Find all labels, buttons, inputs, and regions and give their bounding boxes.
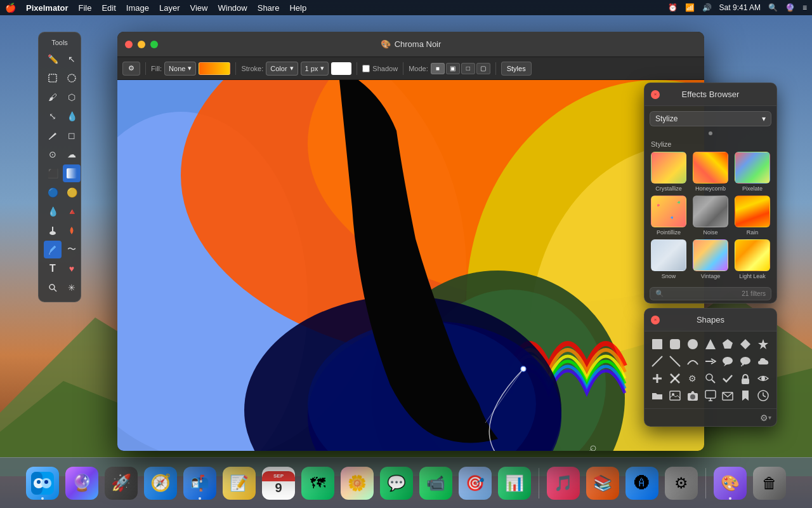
shape-x[interactable] — [667, 371, 683, 386]
pen-write-tool[interactable] — [44, 241, 62, 258]
dock-trash[interactable]: 🗑 — [752, 465, 787, 501]
eraser-tool[interactable]: ◻ — [63, 126, 81, 144]
menu-file[interactable]: File — [78, 3, 91, 13]
eyedropper-tool[interactable]: 💧 — [63, 107, 81, 125]
shape-speech-bubble[interactable] — [720, 354, 735, 369]
apple-menu[interactable]: 🍎 — [5, 3, 16, 13]
control-center-icon[interactable]: ≡ — [802, 3, 807, 12]
settings-button[interactable]: ⚙ — [122, 62, 140, 76]
shapes-settings-chevron[interactable]: ▾ — [768, 414, 771, 421]
shape-clock[interactable] — [756, 388, 771, 403]
dock-syspref[interactable]: ⚙ — [664, 465, 699, 501]
ellipse-select-tool[interactable] — [63, 69, 81, 87]
effect-snow[interactable]: Snow — [650, 239, 688, 279]
shape-eye[interactable] — [756, 371, 771, 386]
app-name[interactable]: Pixelmator — [26, 3, 68, 13]
heart-tool[interactable]: ♥ — [63, 260, 81, 277]
shape-diamond[interactable] — [738, 337, 753, 352]
shape-rect-tool[interactable]: ⬛ — [44, 164, 62, 182]
dock-messages[interactable]: 💬 — [379, 465, 414, 501]
canvas-area[interactable] — [117, 80, 704, 451]
shape-envelope[interactable] — [720, 388, 735, 403]
shape-plus[interactable] — [650, 371, 665, 386]
shape-circle[interactable] — [685, 337, 700, 352]
menu-view[interactable]: View — [190, 3, 208, 13]
shape-line[interactable] — [650, 354, 665, 369]
dock-launchpad[interactable]: 🚀 — [103, 465, 139, 501]
crop-tool[interactable]: ⤡ — [44, 107, 62, 125]
siri-menu-icon[interactable]: 🔮 — [785, 3, 795, 12]
shapes-settings-icon[interactable]: ⚙ — [760, 413, 768, 423]
menu-layer[interactable]: Layer — [159, 3, 180, 13]
gradient-tool[interactable] — [63, 164, 81, 182]
dock-keynote[interactable]: 🎯 — [457, 465, 493, 501]
vector-pen-tool[interactable]: ⬡ — [63, 88, 81, 106]
minimize-button[interactable] — [138, 41, 145, 48]
effects-browser-close[interactable]: × — [651, 90, 660, 99]
pen-tool[interactable]: ✏️ — [44, 50, 62, 68]
effects-search-bar[interactable]: 🔍 21 filters — [650, 287, 771, 300]
shape-camera[interactable] — [685, 388, 700, 403]
shape-magnify[interactable] — [703, 371, 718, 386]
shape-thought-bubble[interactable] — [738, 354, 753, 369]
effect-noise[interactable]: Noise — [691, 196, 730, 236]
shape-triangle[interactable] — [703, 337, 718, 352]
dodge-tool[interactable] — [44, 222, 62, 239]
effects-category-dropdown[interactable]: Stylize ▾ — [650, 111, 771, 126]
dock-books[interactable]: 📚 — [585, 465, 620, 501]
repair-tool[interactable]: ✳ — [63, 279, 81, 297]
menu-edit[interactable]: Edit — [102, 3, 115, 13]
dock-calendar[interactable]: SEP 9 — [261, 465, 296, 501]
freeform-tool[interactable]: 〜 — [63, 241, 81, 258]
mode-btn-4[interactable]: ▢ — [476, 63, 490, 74]
sharpen-tool[interactable]: 🔺 — [63, 203, 81, 220]
dock-finder[interactable] — [25, 465, 60, 501]
text-tool[interactable]: T — [44, 260, 62, 277]
shapes-panel-close[interactable]: × — [651, 316, 660, 324]
dock-numbers[interactable]: 📊 — [497, 465, 532, 501]
menu-help[interactable]: Help — [289, 3, 306, 13]
shadow-checkbox[interactable] — [362, 65, 370, 72]
fill-color-swatch[interactable] — [199, 62, 230, 75]
shape-lock[interactable] — [738, 371, 753, 386]
close-button[interactable] — [125, 41, 133, 48]
smudge-tool[interactable]: ☁ — [63, 145, 81, 163]
effect-crystallize[interactable]: Crystallize — [650, 152, 688, 192]
shape-cloud[interactable] — [756, 354, 771, 369]
shape-bookmark[interactable] — [738, 388, 753, 403]
shape-folder[interactable] — [650, 388, 665, 403]
effect-lightleak[interactable]: Light Leak — [733, 239, 771, 279]
styles-button[interactable]: Styles — [501, 62, 532, 76]
zoom-tool[interactable] — [44, 279, 62, 297]
dock-photos[interactable]: 🌼 — [339, 465, 375, 501]
burn-tool[interactable] — [63, 222, 81, 239]
fill-tool[interactable]: 🔵 — [44, 184, 62, 201]
effect-pointillize[interactable]: Pointillize — [650, 196, 688, 236]
dock-appstore[interactable]: 🅐 — [624, 465, 660, 501]
menu-share[interactable]: Share — [258, 3, 280, 13]
dock-music[interactable]: 🎵 — [546, 465, 581, 501]
effect-honeycomb[interactable]: Honeycomb — [691, 152, 730, 192]
stroke-dropdown[interactable]: Color ▾ — [266, 62, 298, 76]
fill-dropdown[interactable]: None ▾ — [164, 62, 196, 76]
selection-tool[interactable]: ↖ — [63, 50, 81, 68]
dock-notes[interactable]: 📝 — [221, 465, 257, 501]
dock-mail[interactable]: 📬 — [182, 465, 218, 501]
paintbrush-tool[interactable]: 🖌 — [44, 88, 62, 106]
shape-curved[interactable] — [685, 354, 700, 369]
effect-rain[interactable]: Rain — [733, 196, 771, 236]
shape-star[interactable] — [756, 337, 771, 352]
shape-pentagon[interactable] — [720, 337, 735, 352]
menu-image[interactable]: Image — [126, 3, 149, 13]
shape-checkmark[interactable] — [720, 371, 735, 386]
blur-tool[interactable]: 💧 — [44, 203, 62, 220]
mode-btn-3[interactable]: □ — [461, 63, 475, 74]
spotlight-icon[interactable]: 🔍 — [768, 3, 778, 12]
color-fill-tool[interactable]: 🟡 — [63, 184, 81, 201]
dock-safari[interactable]: 🧭 — [143, 465, 178, 501]
shape-photo-frame[interactable] — [667, 388, 683, 403]
stroke-size-input[interactable]: 1 px ▾ — [301, 62, 329, 76]
mode-btn-1[interactable]: ■ — [431, 63, 445, 74]
shape-rounded-rect[interactable] — [667, 337, 683, 352]
shape-rectangle[interactable] — [650, 337, 665, 352]
